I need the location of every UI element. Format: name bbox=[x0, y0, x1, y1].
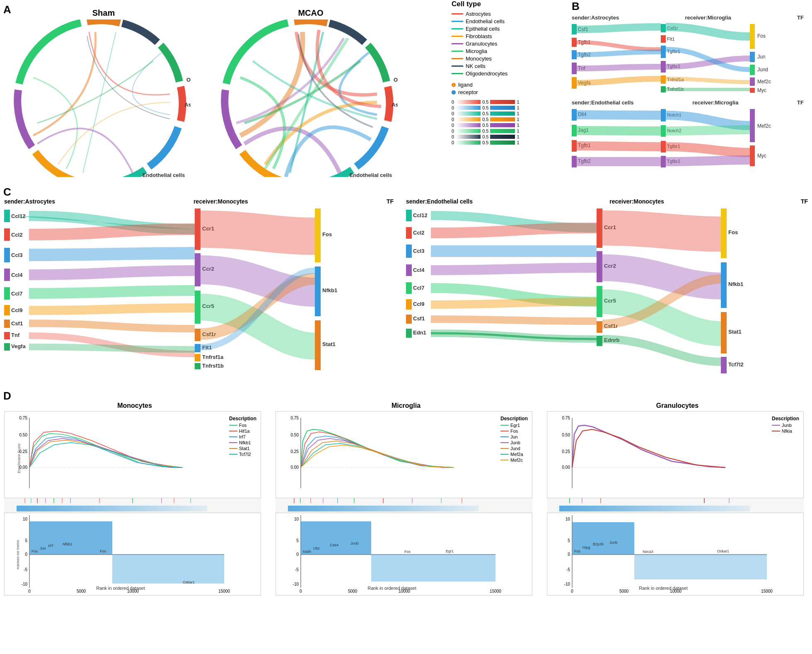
nfkia-label: Nfkia bbox=[782, 429, 792, 434]
svg-text:0.50: 0.50 bbox=[562, 433, 570, 437]
gradient-teal: 0 0.5 1 bbox=[452, 111, 568, 116]
nfkb1-line-icon bbox=[229, 442, 237, 443]
svg-rect-66 bbox=[406, 299, 412, 310]
svg-text:0: 0 bbox=[571, 589, 573, 593]
sender-vegfa bbox=[572, 77, 577, 89]
svg-text:Ccl3: Ccl3 bbox=[413, 248, 424, 254]
figure-container: A Sham bbox=[0, 0, 812, 654]
microglia-fos-legend: Fos bbox=[500, 429, 528, 434]
panel-c-label: C bbox=[3, 186, 11, 199]
svg-rect-82 bbox=[721, 208, 727, 258]
purple-gradient bbox=[456, 123, 481, 127]
ligand-legend-item: ligand bbox=[452, 82, 568, 88]
svg-text:10: 10 bbox=[294, 517, 299, 521]
sankey-b-top-tf: TF bbox=[797, 15, 804, 21]
microglia-egr1-legend: Egr1 bbox=[500, 423, 528, 428]
svg-text:Stat1: Stat1 bbox=[322, 341, 336, 347]
svg-text:Ccl2: Ccl2 bbox=[413, 230, 424, 236]
gsea-granulocytes: Granulocytes Description Junb Nfkia bbox=[547, 402, 808, 596]
green-gradient2 bbox=[490, 129, 515, 133]
tcf7l2-line-icon bbox=[229, 454, 237, 455]
tf-jund-b-top bbox=[750, 65, 755, 75]
granulocytes-label: Granulocytes bbox=[466, 41, 498, 47]
svg-text:5000: 5000 bbox=[77, 589, 86, 593]
svg-text:Ccl9: Ccl9 bbox=[413, 301, 424, 307]
svg-rect-36 bbox=[195, 208, 201, 250]
svg-rect-42 bbox=[195, 329, 201, 341]
legend-item-monocytes: Monocytes bbox=[452, 56, 568, 62]
gradient-blue: 0 0.5 1 bbox=[452, 105, 568, 110]
sankey-b-bot-tf: TF bbox=[797, 99, 804, 106]
sham-title: Sham bbox=[8, 8, 199, 18]
legend-item-granulocytes: Granulocytes bbox=[452, 41, 568, 47]
svg-text:Ranked list metric: Ranked list metric bbox=[17, 540, 20, 569]
svg-text:Ccl12: Ccl12 bbox=[413, 212, 428, 218]
fos-line-icon bbox=[229, 425, 237, 426]
jund-label: Jund bbox=[510, 446, 520, 451]
microglia-jun-legend: Jun bbox=[500, 434, 528, 439]
monocytes-title: Monocytes bbox=[4, 402, 265, 409]
panel-c: C sender:Astrocytes receiver:Monocytes T… bbox=[0, 186, 812, 385]
stat1-legend-label: Stat1 bbox=[239, 446, 250, 451]
panel-d-label: D bbox=[3, 390, 11, 402]
stat1-line-icon bbox=[229, 448, 237, 449]
recv-tgfbr2 bbox=[661, 61, 666, 73]
svg-text:10: 10 bbox=[23, 517, 28, 521]
sankey-b-bot-sender: sender:Endothelial cells bbox=[572, 99, 634, 106]
granulocytes-title: Granulocytes bbox=[547, 402, 808, 409]
svg-rect-22 bbox=[4, 248, 10, 262]
nfkia-icon bbox=[772, 431, 780, 431]
svg-text:Rank in ordered dataset: Rank in ordered dataset bbox=[96, 586, 145, 591]
svg-text:10: 10 bbox=[566, 517, 570, 521]
microglia-ticks-svg bbox=[288, 498, 479, 513]
junb-label: Junb bbox=[510, 440, 520, 445]
svg-text:Nfkb1: Nfkb1 bbox=[63, 542, 72, 546]
purple-gradient2 bbox=[490, 123, 515, 127]
tf-mef2c-bot-label: Mef2c bbox=[757, 123, 771, 129]
sender-csf1 bbox=[572, 24, 577, 34]
receptor-legend-item: receptor bbox=[452, 89, 568, 95]
gradient-darkgreen: 0 0.5 1 bbox=[452, 140, 568, 145]
tf-mef2c-b-top bbox=[750, 78, 755, 86]
monocytes-desc-label: Description bbox=[229, 416, 256, 421]
astrocytes-line bbox=[452, 13, 463, 15]
svg-text:Astrocytes: Astrocytes bbox=[392, 102, 398, 108]
svg-text:Ccl3: Ccl3 bbox=[11, 252, 22, 258]
monocytes-tcf7l2-legend: Tcf7l2 bbox=[229, 452, 256, 457]
granulocytes-ranked-plot: 10 5 0 -5 -10 0 5000 10000 15000 Fos Hip… bbox=[547, 513, 804, 596]
microglia-enrichment-svg: 0.75 0.50 0.25 0.00 bbox=[288, 414, 466, 497]
recv-csf1r bbox=[661, 24, 666, 32]
junb-gran-icon bbox=[772, 425, 780, 426]
recv-notch2 bbox=[661, 125, 666, 137]
svg-text:Fos: Fos bbox=[322, 231, 332, 237]
ligand-receptor-legend: ligand receptor bbox=[452, 82, 568, 95]
svg-rect-70 bbox=[406, 329, 412, 338]
svg-text:-5: -5 bbox=[24, 567, 27, 572]
microglia-label: Microglia bbox=[466, 48, 487, 54]
irf7-legend-label: Irf7 bbox=[239, 434, 246, 439]
tf-myc-b-top bbox=[750, 88, 755, 93]
egr1-icon bbox=[500, 425, 509, 426]
sankey-b-bot-receiver: receiver:Microglia bbox=[692, 99, 738, 106]
fos-microglia-label: Fos bbox=[510, 429, 518, 434]
sankey-c-endothelial-monocytes: sender:Endothelial cells receiver:Monocy… bbox=[406, 198, 808, 380]
svg-rect-64 bbox=[406, 282, 412, 294]
svg-rect-56 bbox=[406, 210, 412, 221]
c-left-receiver: receiver:Monocytes bbox=[193, 198, 248, 205]
nk-label: NK cells bbox=[466, 63, 486, 69]
svg-text:0.25: 0.25 bbox=[562, 449, 570, 454]
svg-rect-78 bbox=[597, 321, 602, 333]
svg-text:Oligodendrocytes: Oligodendrocytes bbox=[394, 77, 398, 83]
svg-text:5000: 5000 bbox=[348, 589, 358, 593]
recv-flt1 bbox=[661, 35, 666, 43]
sender-tgfb2 bbox=[572, 50, 577, 59]
legend-item-nk: NK cells bbox=[452, 63, 568, 69]
recv-flt1-label: Flt1 bbox=[667, 36, 674, 41]
svg-rect-24 bbox=[4, 269, 10, 281]
granulocytes-junb-legend: Junb bbox=[772, 423, 799, 428]
svg-rect-88 bbox=[721, 357, 727, 373]
granulocytes-nfkia-legend: Nfkia bbox=[772, 429, 799, 434]
sham-svg: Monocytes NK cells Oligodendrocytes Astr… bbox=[8, 19, 191, 177]
svg-text:0.50: 0.50 bbox=[291, 433, 299, 437]
svg-text:Oskar1: Oskar1 bbox=[717, 549, 729, 553]
